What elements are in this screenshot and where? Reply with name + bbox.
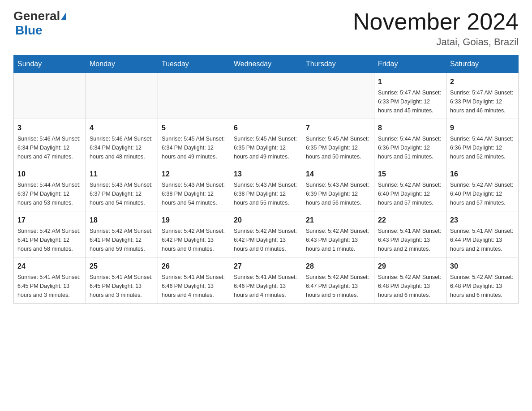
- calendar-day-cell: 6Sunrise: 5:45 AM Sunset: 6:35 PM Daylig…: [230, 119, 302, 165]
- day-info: Sunrise: 5:46 AM Sunset: 6:34 PM Dayligh…: [90, 134, 154, 161]
- month-title: November 2024: [353, 9, 519, 34]
- logo: General Blue: [13, 9, 66, 38]
- day-info: Sunrise: 5:42 AM Sunset: 6:47 PM Dayligh…: [306, 273, 370, 300]
- weekday-header-friday: Friday: [374, 56, 446, 73]
- page-header: General Blue November 2024 Jatai, Goias,…: [13, 9, 519, 48]
- calendar-day-cell: 1Sunrise: 5:47 AM Sunset: 6:33 PM Daylig…: [374, 73, 446, 119]
- day-info: Sunrise: 5:46 AM Sunset: 6:34 PM Dayligh…: [17, 134, 82, 161]
- day-number: 2: [450, 77, 515, 87]
- calendar-day-cell: 14Sunrise: 5:43 AM Sunset: 6:39 PM Dayli…: [302, 165, 374, 211]
- calendar-day-cell: [86, 73, 158, 119]
- day-info: Sunrise: 5:42 AM Sunset: 6:40 PM Dayligh…: [450, 180, 515, 207]
- calendar-day-cell: 29Sunrise: 5:42 AM Sunset: 6:48 PM Dayli…: [374, 257, 446, 304]
- calendar-day-cell: 21Sunrise: 5:42 AM Sunset: 6:43 PM Dayli…: [302, 211, 374, 257]
- calendar-day-cell: 12Sunrise: 5:43 AM Sunset: 6:38 PM Dayli…: [158, 165, 230, 211]
- day-info: Sunrise: 5:43 AM Sunset: 6:37 PM Dayligh…: [90, 180, 154, 207]
- weekday-header-sunday: Sunday: [14, 56, 86, 73]
- day-number: 20: [234, 215, 298, 226]
- calendar-week-row: 24Sunrise: 5:41 AM Sunset: 6:45 PM Dayli…: [14, 257, 519, 304]
- calendar-week-row: 10Sunrise: 5:44 AM Sunset: 6:37 PM Dayli…: [14, 165, 519, 211]
- day-number: 9: [450, 123, 515, 133]
- calendar-day-cell: 30Sunrise: 5:42 AM Sunset: 6:48 PM Dayli…: [446, 257, 519, 304]
- day-number: 22: [378, 215, 442, 226]
- calendar-day-cell: 4Sunrise: 5:46 AM Sunset: 6:34 PM Daylig…: [86, 119, 158, 165]
- day-info: Sunrise: 5:44 AM Sunset: 6:37 PM Dayligh…: [17, 180, 82, 207]
- calendar-day-cell: 26Sunrise: 5:41 AM Sunset: 6:46 PM Dayli…: [158, 257, 230, 304]
- day-info: Sunrise: 5:45 AM Sunset: 6:35 PM Dayligh…: [234, 134, 298, 161]
- day-info: Sunrise: 5:45 AM Sunset: 6:35 PM Dayligh…: [306, 134, 370, 161]
- day-number: 18: [90, 215, 154, 226]
- weekday-header-saturday: Saturday: [446, 56, 519, 73]
- day-info: Sunrise: 5:42 AM Sunset: 6:43 PM Dayligh…: [306, 227, 370, 253]
- day-number: 10: [17, 169, 82, 180]
- calendar-day-cell: 17Sunrise: 5:42 AM Sunset: 6:41 PM Dayli…: [14, 211, 86, 257]
- weekday-header-wednesday: Wednesday: [230, 56, 302, 73]
- day-number: 30: [450, 261, 515, 272]
- day-info: Sunrise: 5:44 AM Sunset: 6:36 PM Dayligh…: [450, 134, 515, 161]
- day-number: 24: [17, 261, 82, 272]
- calendar-day-cell: 22Sunrise: 5:41 AM Sunset: 6:43 PM Dayli…: [374, 211, 446, 257]
- logo-triangle-icon: [61, 12, 66, 20]
- title-section: November 2024 Jatai, Goias, Brazil: [353, 9, 519, 48]
- day-info: Sunrise: 5:43 AM Sunset: 6:38 PM Dayligh…: [234, 180, 298, 207]
- day-info: Sunrise: 5:42 AM Sunset: 6:42 PM Dayligh…: [162, 227, 226, 253]
- day-info: Sunrise: 5:41 AM Sunset: 6:44 PM Dayligh…: [450, 227, 515, 253]
- calendar-day-cell: 3Sunrise: 5:46 AM Sunset: 6:34 PM Daylig…: [14, 119, 86, 165]
- day-number: 8: [378, 123, 442, 133]
- calendar-day-cell: 11Sunrise: 5:43 AM Sunset: 6:37 PM Dayli…: [86, 165, 158, 211]
- calendar-day-cell: 23Sunrise: 5:41 AM Sunset: 6:44 PM Dayli…: [446, 211, 519, 257]
- day-number: 29: [378, 261, 442, 272]
- day-number: 23: [450, 215, 515, 226]
- calendar-day-cell: 15Sunrise: 5:42 AM Sunset: 6:40 PM Dayli…: [374, 165, 446, 211]
- weekday-header-thursday: Thursday: [302, 56, 374, 73]
- day-info: Sunrise: 5:41 AM Sunset: 6:46 PM Dayligh…: [234, 273, 298, 300]
- day-number: 21: [306, 215, 370, 226]
- calendar-day-cell: 9Sunrise: 5:44 AM Sunset: 6:36 PM Daylig…: [446, 119, 519, 165]
- day-info: Sunrise: 5:41 AM Sunset: 6:43 PM Dayligh…: [378, 227, 442, 253]
- calendar-week-row: 1Sunrise: 5:47 AM Sunset: 6:33 PM Daylig…: [14, 73, 519, 119]
- day-info: Sunrise: 5:42 AM Sunset: 6:41 PM Dayligh…: [17, 227, 82, 253]
- calendar-day-cell: 7Sunrise: 5:45 AM Sunset: 6:35 PM Daylig…: [302, 119, 374, 165]
- day-info: Sunrise: 5:43 AM Sunset: 6:38 PM Dayligh…: [162, 180, 226, 207]
- day-info: Sunrise: 5:41 AM Sunset: 6:45 PM Dayligh…: [17, 273, 82, 300]
- day-number: 5: [162, 123, 226, 133]
- calendar-day-cell: 25Sunrise: 5:41 AM Sunset: 6:45 PM Dayli…: [86, 257, 158, 304]
- calendar-week-row: 3Sunrise: 5:46 AM Sunset: 6:34 PM Daylig…: [14, 119, 519, 165]
- day-info: Sunrise: 5:41 AM Sunset: 6:46 PM Dayligh…: [162, 273, 226, 300]
- logo-blue-text: Blue: [15, 23, 43, 38]
- day-info: Sunrise: 5:44 AM Sunset: 6:36 PM Dayligh…: [378, 134, 442, 161]
- calendar-day-cell: 27Sunrise: 5:41 AM Sunset: 6:46 PM Dayli…: [230, 257, 302, 304]
- day-number: 15: [378, 169, 442, 180]
- day-number: 14: [306, 169, 370, 180]
- weekday-header-monday: Monday: [86, 56, 158, 73]
- day-info: Sunrise: 5:47 AM Sunset: 6:33 PM Dayligh…: [450, 88, 515, 115]
- calendar-day-cell: 28Sunrise: 5:42 AM Sunset: 6:47 PM Dayli…: [302, 257, 374, 304]
- day-number: 7: [306, 123, 370, 133]
- day-info: Sunrise: 5:42 AM Sunset: 6:41 PM Dayligh…: [90, 227, 154, 253]
- day-number: 13: [234, 169, 298, 180]
- day-info: Sunrise: 5:42 AM Sunset: 6:40 PM Dayligh…: [378, 180, 442, 207]
- day-number: 12: [162, 169, 226, 180]
- calendar-day-cell: 19Sunrise: 5:42 AM Sunset: 6:42 PM Dayli…: [158, 211, 230, 257]
- calendar-week-row: 17Sunrise: 5:42 AM Sunset: 6:41 PM Dayli…: [14, 211, 519, 257]
- day-info: Sunrise: 5:43 AM Sunset: 6:39 PM Dayligh…: [306, 180, 370, 207]
- day-info: Sunrise: 5:42 AM Sunset: 6:48 PM Dayligh…: [378, 273, 442, 300]
- day-number: 26: [162, 261, 226, 272]
- day-info: Sunrise: 5:42 AM Sunset: 6:48 PM Dayligh…: [450, 273, 515, 300]
- calendar-day-cell: [230, 73, 302, 119]
- day-number: 3: [17, 123, 82, 133]
- calendar-day-cell: 2Sunrise: 5:47 AM Sunset: 6:33 PM Daylig…: [446, 73, 519, 119]
- day-number: 4: [90, 123, 154, 133]
- calendar-day-cell: [14, 73, 86, 119]
- calendar-table: SundayMondayTuesdayWednesdayThursdayFrid…: [13, 55, 519, 304]
- day-info: Sunrise: 5:45 AM Sunset: 6:34 PM Dayligh…: [162, 134, 226, 161]
- calendar-day-cell: 8Sunrise: 5:44 AM Sunset: 6:36 PM Daylig…: [374, 119, 446, 165]
- logo-general-text: General: [13, 9, 60, 23]
- calendar-day-cell: [302, 73, 374, 119]
- calendar-day-cell: 18Sunrise: 5:42 AM Sunset: 6:41 PM Dayli…: [86, 211, 158, 257]
- calendar-day-cell: 16Sunrise: 5:42 AM Sunset: 6:40 PM Dayli…: [446, 165, 519, 211]
- day-number: 1: [378, 77, 442, 87]
- day-info: Sunrise: 5:47 AM Sunset: 6:33 PM Dayligh…: [378, 88, 442, 115]
- calendar-day-cell: 13Sunrise: 5:43 AM Sunset: 6:38 PM Dayli…: [230, 165, 302, 211]
- day-number: 28: [306, 261, 370, 272]
